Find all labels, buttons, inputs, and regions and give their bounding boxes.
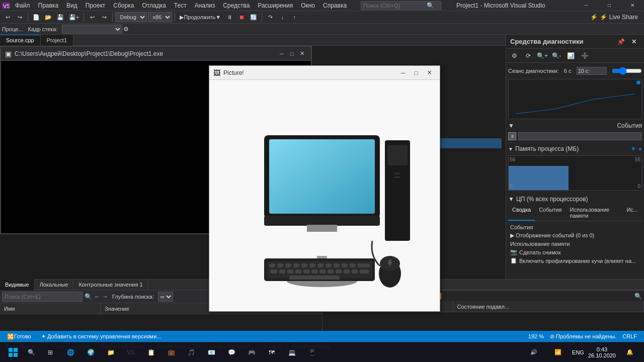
diag-zoom-out-btn[interactable]: 🔍- [550,50,562,61]
toolbar-pause[interactable]: ⏸ [224,12,235,23]
diag-tab-summary[interactable]: Сводка [508,206,535,221]
cpu-header[interactable]: ▼ ЦП (% всех процессоров) [508,195,642,204]
watchbar-tab-watch1[interactable]: Контрольные значения 1 [73,279,148,290]
menu-help[interactable]: Справка [319,0,351,11]
taskbar-app1[interactable]: 📋 [142,343,160,361]
menu-view[interactable]: Вид [62,0,82,11]
toolbar-continue[interactable]: ▶ Продолжить ▼ [178,12,223,23]
start-button[interactable] [4,343,22,361]
toolbar-new[interactable]: 📄 [31,12,42,23]
status-no-errors[interactable]: ⊘ Проблемы не найдены. [547,331,619,342]
maximize-button[interactable]: □ [598,0,621,11]
menu-debug[interactable]: Отладка [138,0,170,11]
memory-section-header[interactable]: ▼ Память процесса (МБ) ▼ ● [508,144,642,153]
live-share-button[interactable]: ⚡ ⚡ Live Share [586,14,642,21]
session-input[interactable] [577,67,607,75]
global-search-box[interactable]: 🔍 [361,1,441,10]
menu-edit[interactable]: Правка [34,0,63,11]
menu-build[interactable]: Сборка [109,0,138,11]
diag-snapshot-row[interactable]: 📷 Сделать снимок [510,248,640,256]
debug-mode-select[interactable]: Debug [115,12,147,22]
diag-tab-events[interactable]: События [535,206,566,221]
stack-frame-select[interactable] [62,25,122,34]
toolbar-redo[interactable]: ↪ [99,12,110,23]
console-close[interactable]: ✕ [297,49,307,59]
taskbar-app8[interactable]: 💻 [283,343,301,361]
toolbar-step-into[interactable]: ↓ [277,12,288,23]
taskbar-search-btn[interactable]: 🔍 [22,343,40,361]
taskbar-app7[interactable]: 🗺 [263,343,281,361]
taskbar-app6[interactable]: 🎮 [243,343,261,361]
svg-rect-22 [293,263,299,267]
watchbar-tab-visible[interactable]: Видимые [0,279,35,290]
status-ready[interactable]: 🔀 Готово [4,331,34,342]
stack-btn[interactable]: ⚙ [123,26,129,33]
taskbar-chrome[interactable]: 🌍 [82,343,100,361]
search-icon-btn[interactable]: 🔍 [634,293,642,300]
toolbar-step-out[interactable]: ↑ [289,12,300,23]
diag-profile-row[interactable]: 📋 Включить профилирование кучи (влияет н… [510,256,640,265]
toolbar-step-over[interactable]: ↷ [265,12,276,23]
toolbar-forward[interactable]: ↪ [14,12,25,23]
watch-back-btn[interactable]: ← [94,293,100,300]
tab-source-cpp[interactable]: Source.cpp [0,35,41,46]
menu-extensions[interactable]: Расширения [254,0,297,11]
taskbar-network[interactable]: 📶 [549,343,567,361]
console-minimize[interactable]: ─ [277,49,287,59]
picture-minimize[interactable]: ─ [396,68,410,78]
diag-settings-btn[interactable]: ⚙ [508,50,520,61]
menu-tools[interactable]: Средства [219,0,254,11]
diag-tab-more[interactable]: Ис... [622,206,642,221]
tab-project1[interactable]: Project1 [41,35,73,46]
memory-toggle-icon[interactable]: ● [638,145,642,152]
taskbar-app3[interactable]: 🎵 [182,343,200,361]
events-pause-btn[interactable]: ⏸ [508,132,516,140]
toolbar-back[interactable]: ↩ [2,12,13,23]
menu-analyze[interactable]: Анализ [191,0,219,11]
status-zoom[interactable]: 192 % [525,331,547,342]
taskbar-explorer[interactable]: 📁 [102,343,120,361]
console-maximize[interactable]: □ [287,49,297,59]
diag-add-btn[interactable]: ➕ [579,50,591,61]
toolbar-open[interactable]: 📂 [43,12,54,23]
diag-zoom-in-btn[interactable]: 🔍+ [536,50,548,61]
global-search-input[interactable] [361,3,427,9]
watch-search-input[interactable] [2,292,83,302]
picture-maximize[interactable]: □ [410,68,423,78]
taskbar-app5[interactable]: 💬 [222,343,240,361]
toolbar-restart[interactable]: 🔄 [248,12,259,23]
arch-select[interactable]: x86 [148,12,172,22]
toolbar-undo[interactable]: ↩ [87,12,98,23]
taskbar-app4[interactable]: 📧 [202,343,220,361]
diag-close-btn[interactable]: ✕ [628,36,640,47]
watch-search-btn[interactable]: 🔍 [85,293,92,300]
taskbar-notify[interactable]: 🔔 [621,343,639,361]
depth-select[interactable]: ∞ [158,292,173,302]
toolbar-save-all[interactable]: 💾+ [67,12,81,23]
diag-pin-btn[interactable]: 📌 [615,36,627,47]
watchbar-tab-local[interactable]: Локальные [35,279,74,290]
taskbar-app2[interactable]: 💼 [162,343,180,361]
menu-test[interactable]: Тест [170,0,191,11]
memory-filter-icon[interactable]: ▼ [630,145,636,152]
taskbar-app9[interactable]: 📱 [303,343,321,361]
menu-window[interactable]: Окно [297,0,319,11]
taskbar-edge[interactable]: 🌐 [61,343,79,361]
picture-close[interactable]: ✕ [423,68,436,78]
diag-chart-btn[interactable]: 📊 [565,50,577,61]
taskbar-volume[interactable]: 🔊 [525,343,543,361]
toolbar-stop[interactable]: ⏹ [236,12,247,23]
taskbar-vs-code[interactable]: VS [122,343,140,361]
toolbar-save[interactable]: 💾 [55,12,66,23]
minimize-button[interactable]: ─ [575,0,598,11]
menu-project[interactable]: Проект [82,0,110,11]
watch-forward-btn[interactable]: → [102,293,108,300]
diag-tab-memory[interactable]: Использование памяти [566,206,623,221]
status-encoding[interactable]: CRLF [619,331,640,342]
close-button[interactable]: ✕ [621,0,644,11]
session-slider[interactable] [612,67,642,75]
taskbar-taskview[interactable]: ⊞ [41,343,59,361]
menu-file[interactable]: Файл [11,0,34,11]
status-add-version[interactable]: ✦ Добавить в систему управления версиями… [38,331,165,342]
diag-refresh-btn[interactable]: ⟳ [522,50,534,61]
